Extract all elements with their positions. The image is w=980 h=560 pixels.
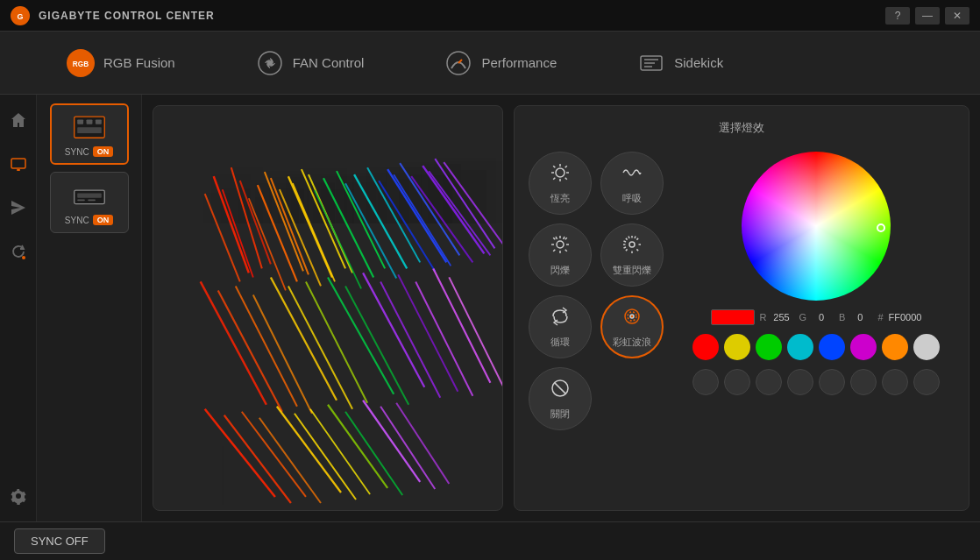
performance-icon <box>444 49 472 77</box>
svg-point-81 <box>556 168 565 177</box>
color-inputs: R 255 G 0 B 0 # FF0000 <box>711 309 922 325</box>
custom-swatch-4[interactable] <box>787 369 813 395</box>
tab-sidekick[interactable]: Sidekick <box>623 42 737 84</box>
rgb-visualization <box>153 106 502 510</box>
svg-line-100 <box>564 237 565 239</box>
sidenav-refresh[interactable] <box>5 238 32 265</box>
svg-line-60 <box>306 281 367 402</box>
swatch-yellow[interactable] <box>724 334 750 360</box>
custom-swatch-1[interactable] <box>692 369 719 395</box>
sidenav-display[interactable] <box>5 151 32 177</box>
swatch-red[interactable] <box>692 334 719 360</box>
side-navigation <box>0 95 37 521</box>
svg-line-31 <box>271 178 309 274</box>
minimize-button[interactable]: — <box>915 7 940 25</box>
sidenav-home[interactable] <box>5 107 32 133</box>
tab-rgb-fusion[interactable]: RGB RGB Fusion <box>53 42 189 84</box>
effect-breathe[interactable]: 呼吸 <box>600 152 664 215</box>
sync-off-button[interactable]: SYNC OFF <box>14 528 105 554</box>
sidenav-settings[interactable] <box>5 483 32 509</box>
device-2[interactable]: SYNC ON <box>50 172 129 233</box>
svg-line-89 <box>565 166 567 167</box>
svg-line-86 <box>553 166 555 167</box>
color-wheel-container[interactable] <box>742 152 891 301</box>
svg-line-110 <box>628 236 629 238</box>
fan-icon <box>256 49 284 77</box>
swatch-green[interactable] <box>756 334 782 360</box>
svg-line-96 <box>565 249 567 251</box>
svg-line-69 <box>205 409 275 497</box>
effects-section-title: 選擇燈效 <box>529 120 955 136</box>
custom-swatch-6[interactable] <box>850 369 877 395</box>
svg-line-33 <box>265 172 303 271</box>
swatch-orange[interactable] <box>882 334 908 360</box>
effect-flash[interactable]: 閃爍 <box>529 223 592 287</box>
tab-fan-control[interactable]: FAN Control <box>242 42 379 84</box>
effect-off[interactable]: 關閉 <box>529 367 592 430</box>
effect-rainbow-label: 彩虹波浪 <box>613 336 651 349</box>
swatch-purple[interactable] <box>850 334 877 360</box>
svg-text:RGB: RGB <box>73 60 89 67</box>
svg-line-71 <box>242 412 306 497</box>
svg-line-108 <box>626 249 628 251</box>
svg-line-70 <box>224 415 291 503</box>
color-hex-value[interactable]: FF0000 <box>889 312 922 323</box>
svg-line-87 <box>565 177 567 179</box>
effect-constant[interactable]: 恆亮 <box>529 152 592 215</box>
svg-rect-23 <box>77 199 85 201</box>
swatch-white[interactable] <box>913 334 940 360</box>
color-g-value[interactable]: 0 <box>809 312 834 323</box>
content-area: 選擇燈效 <box>142 95 980 521</box>
custom-swatch-7[interactable] <box>882 369 908 395</box>
titlebar: G GIGABYTE CONTROL CENTER ? — ✕ <box>0 0 980 32</box>
tab-fan-label: FAN Control <box>293 55 365 70</box>
device-preview-panel <box>153 105 503 511</box>
color-swatch-current[interactable] <box>711 309 755 325</box>
swatch-cyan[interactable] <box>787 334 813 360</box>
svg-point-15 <box>22 256 25 259</box>
svg-point-5 <box>267 60 273 66</box>
nav-tabs: RGB RGB Fusion FAN Control Performa <box>0 32 980 95</box>
sidekick-icon <box>637 49 665 77</box>
color-b-value[interactable]: 0 <box>848 312 872 323</box>
device-1[interactable]: SYNC ON <box>50 103 129 165</box>
effect-rainbow[interactable]: 彩虹波浪 <box>600 295 664 358</box>
help-button[interactable]: ? <box>885 7 910 25</box>
swatch-blue[interactable] <box>819 334 845 360</box>
custom-swatch-5[interactable] <box>819 369 845 395</box>
svg-line-112 <box>624 241 627 242</box>
svg-line-99 <box>556 237 557 239</box>
effects-column: 恆亮 呼吸 <box>529 152 664 496</box>
svg-line-111 <box>635 236 636 238</box>
svg-point-90 <box>557 241 564 248</box>
main-layout: SYNC ON SYNC ON <box>0 95 980 521</box>
color-r-channel: R 255 <box>760 312 794 323</box>
svg-line-58 <box>271 277 337 400</box>
tab-rgb-label: RGB Fusion <box>103 55 175 70</box>
close-button[interactable]: ✕ <box>945 7 969 25</box>
svg-point-101 <box>629 242 635 247</box>
sidenav-send[interactable] <box>5 195 32 221</box>
effect-cycle[interactable]: 循環 <box>529 295 592 358</box>
custom-swatch-3[interactable] <box>756 369 782 395</box>
tab-performance[interactable]: Performance <box>430 42 571 84</box>
device-2-sync: SYNC ON <box>65 215 113 225</box>
color-wheel-indicator <box>877 223 885 232</box>
color-wheel[interactable] <box>742 152 891 301</box>
svg-line-50 <box>435 159 494 248</box>
svg-line-61 <box>328 277 394 393</box>
color-r-value[interactable]: 255 <box>770 312 794 323</box>
right-inner-layout: 恆亮 呼吸 <box>529 152 955 496</box>
svg-line-74 <box>295 414 356 500</box>
svg-line-73 <box>277 407 341 493</box>
effect-double-flash-label: 雙重閃爍 <box>613 264 651 277</box>
svg-rect-20 <box>77 127 102 133</box>
custom-swatch-2[interactable] <box>724 369 750 395</box>
svg-line-107 <box>636 249 638 251</box>
custom-swatch-8[interactable] <box>913 369 940 395</box>
effect-double-flash[interactable]: 雙重閃爍 <box>600 223 664 287</box>
svg-line-95 <box>553 237 555 239</box>
app-title: GIGABYTE CONTROL CENTER <box>39 10 215 22</box>
svg-line-67 <box>433 268 490 382</box>
effect-cycle-label: 循環 <box>550 336 570 349</box>
